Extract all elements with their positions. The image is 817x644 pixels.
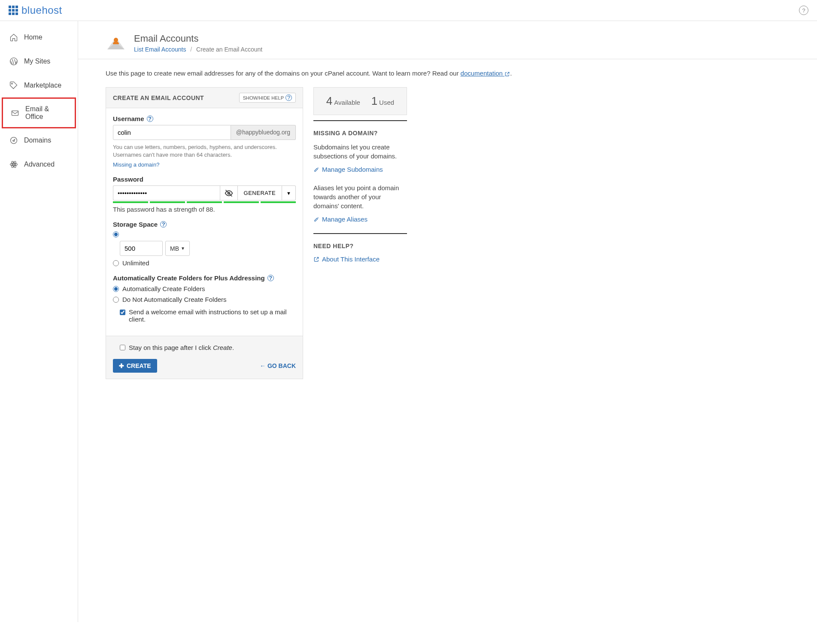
breadcrumb: List Email Accounts / Create an Email Ac… [134,46,262,53]
compass-icon [9,136,18,145]
sidebar-item-advanced[interactable]: Advanced [0,152,78,176]
help-circle-icon: ? [285,94,292,101]
storage-fixed-radio[interactable] [113,231,119,237]
password-label: Password [113,176,296,183]
sidebar-item-mysites[interactable]: My Sites [0,49,78,73]
plus-addressing-label: Automatically Create Folders for Plus Ad… [113,274,296,282]
generate-password-button[interactable]: GENERATE [238,185,282,200]
plus-no-create-radio[interactable] [113,297,119,303]
svg-point-3 [11,137,17,144]
top-header: bluehost ? [0,0,817,21]
content: Email Accounts List Email Accounts / Cre… [78,21,817,622]
storage-unlimited-radio[interactable] [113,260,119,266]
email-accounts-icon [106,34,126,52]
password-input[interactable] [113,185,220,200]
stay-label: Stay on this page after I click Create. [129,344,234,351]
plus-auto-create-radio[interactable] [113,286,119,292]
sidebar-item-label: Email & Office [25,105,67,121]
welcome-email-checkbox[interactable] [120,310,125,315]
arrow-left-icon: ← [260,362,266,369]
tag-icon [9,81,18,90]
about-interface-link[interactable]: About This Interface [313,255,407,263]
help-circle-icon[interactable]: ? [147,115,153,122]
svg-point-5 [10,163,18,166]
missing-domain-link[interactable]: Missing a domain? [113,161,159,168]
chevron-down-icon: ▼ [181,246,185,251]
side-column: 4Available 1Used MISSING A DOMAIN? Subdo… [313,87,407,273]
subdomains-text: Subdomains let you create subsections of… [313,143,407,161]
sidebar-item-domains[interactable]: Domains [0,128,78,152]
help-icon[interactable]: ? [799,6,808,15]
panel-heading: CREATE AN EMAIL ACCOUNT [113,94,204,101]
intro-text: Use this page to create new email addres… [106,70,817,77]
password-strength-text: This password has a strength of 88. [113,206,296,213]
go-back-link[interactable]: ←GO BACK [260,362,296,369]
generate-dropdown-button[interactable]: ▼ [282,185,296,200]
page-title: Email Accounts [134,33,262,44]
help-circle-icon[interactable]: ? [160,221,167,228]
brand[interactable]: bluehost [9,4,62,16]
need-help-heading: NEED HELP? [313,243,407,249]
sidebar-item-email-office[interactable]: Email & Office [2,97,76,128]
envelope-icon [11,109,19,117]
checkbox-label: Send a welcome email with instructions t… [129,308,296,323]
stats-box: 4Available 1Used [313,87,407,115]
sidebar-item-marketplace[interactable]: Marketplace [0,73,78,97]
sidebar-item-label: Advanced [24,161,55,168]
manage-aliases-link[interactable]: Manage Aliases [313,216,407,223]
storage-label: Storage Space? [113,221,296,228]
sidebar-item-label: My Sites [24,58,50,65]
aliases-text: Aliases let you point a domain towards a… [313,183,407,210]
page-header: Email Accounts List Email Accounts / Cre… [78,21,817,59]
brand-text: bluehost [21,4,62,16]
documentation-link[interactable]: documentation [461,70,510,77]
stay-on-page-checkbox[interactable] [120,345,125,350]
radio-label: Do Not Automatically Create Folders [122,296,227,303]
svg-point-1 [12,83,13,85]
create-button[interactable]: ✚CREATE [113,359,157,373]
svg-rect-2 [12,111,18,115]
wordpress-icon [9,57,18,66]
username-input[interactable] [113,125,231,140]
available-count: 4 [326,94,332,107]
unlimited-label: Unlimited [122,259,149,267]
plus-icon: ✚ [119,362,124,369]
brand-grid-icon [9,6,18,15]
svg-point-4 [13,164,14,165]
sidebar-item-label: Domains [24,137,51,144]
sidebar-item-label: Home [24,33,43,41]
home-icon [9,33,18,42]
storage-unit-select[interactable]: MB ▼ [165,241,190,256]
domain-addon: @happybluedog.org [231,125,296,140]
username-label: Username? [113,115,296,122]
create-account-panel: CREATE AN EMAIL ACCOUNT SHOW/HIDE HELP ?… [106,87,303,379]
show-hide-help-button[interactable]: SHOW/HIDE HELP ? [239,93,296,103]
sidebar-item-label: Marketplace [24,82,61,89]
storage-amount-input[interactable] [120,241,163,256]
used-count: 1 [371,94,377,107]
atom-icon [9,160,18,169]
sidebar-item-home[interactable]: Home [0,25,78,49]
sidebar: Home My Sites Marketplace Email & Office… [0,21,78,622]
radio-label: Automatically Create Folders [122,285,205,292]
breadcrumb-current: Create an Email Account [196,46,262,53]
manage-subdomains-link[interactable]: Manage Subdomains [313,166,407,173]
breadcrumb-link[interactable]: List Email Accounts [134,46,186,53]
password-strength-bar [113,201,296,203]
username-hint: You can use letters, numbers, periods, h… [113,143,296,159]
toggle-password-visibility-button[interactable] [220,185,238,200]
missing-domain-heading: MISSING A DOMAIN? [313,130,407,137]
help-circle-icon[interactable]: ? [267,275,274,281]
